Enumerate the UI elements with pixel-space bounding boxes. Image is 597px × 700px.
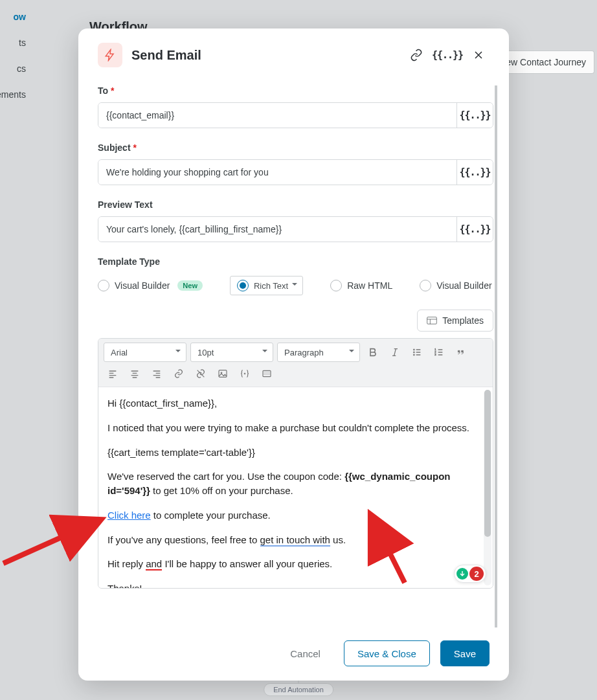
label-subject: Subject* <box>98 142 493 153</box>
align-left-icon[interactable] <box>104 365 122 383</box>
svg-point-3 <box>413 354 414 356</box>
editor-body[interactable]: Hi {{contact_first_name}}, I noticed tha… <box>98 387 493 588</box>
side-nav: ow ts cs ements <box>0 4 31 107</box>
modal-title: Send Email <box>131 48 396 63</box>
svg-point-2 <box>413 352 414 353</box>
modal-body: To* {{..}} Subject* {{..}} Preview Text … <box>98 85 497 627</box>
templates-button[interactable]: Templates <box>417 310 493 332</box>
merge-button[interactable]: {{..}} <box>456 217 493 242</box>
sidenav-item[interactable]: cs <box>0 56 31 82</box>
field-template-type: Template Type Visual BuilderNew Rich Tex… <box>98 256 493 295</box>
preview-input[interactable] <box>98 217 456 242</box>
close-icon[interactable] <box>467 44 490 66</box>
label-to: To* <box>98 85 493 96</box>
modal-header: Send Email {{..}} <box>98 43 490 67</box>
new-badge: New <box>177 280 203 291</box>
label-template-type: Template Type <box>98 256 493 267</box>
insert-link-icon[interactable] <box>170 365 188 383</box>
bold-icon[interactable] <box>364 343 382 361</box>
action-lightning-icon <box>98 43 122 67</box>
field-preview: Preview Text {{..}} <box>98 199 493 242</box>
editor-line: {{cart_items template='cart-table'}} <box>107 446 484 460</box>
to-input[interactable] <box>98 103 456 128</box>
svg-rect-7 <box>219 370 227 378</box>
template-type-radios: Visual BuilderNew Rich Text Raw HTML Vis… <box>98 276 493 295</box>
contact-journey-button[interactable]: ew Contact Journey <box>498 51 594 74</box>
editor-scrollbar[interactable] <box>484 390 491 585</box>
editor-toolbar: Arial 10pt Paragraph 123 <box>98 339 493 387</box>
modal-footer: Cancel Save & Close Save <box>98 627 490 681</box>
svg-point-1 <box>413 349 414 350</box>
merge-button[interactable]: {{..}} <box>456 160 493 185</box>
label-preview: Preview Text <box>98 199 493 210</box>
editor-line: If you've any questions, feel free to ge… <box>107 533 484 547</box>
sidenav-item[interactable]: ements <box>0 82 31 107</box>
scrollbar-thumb[interactable] <box>484 390 491 537</box>
field-subject: Subject* {{..}} <box>98 142 493 185</box>
svg-point-9 <box>244 373 245 374</box>
click-here-link[interactable]: Click here <box>107 510 151 521</box>
font-size-select[interactable]: 10pt <box>190 343 273 362</box>
grammar-count: 2 <box>469 567 484 581</box>
rich-text-editor: Arial 10pt Paragraph 123 <box>98 338 493 589</box>
templates-row: Templates <box>98 310 493 332</box>
subject-input-row: {{..}} <box>98 159 493 185</box>
editor-line: Hit reply and I'll be happy to answer al… <box>107 557 484 571</box>
font-family-select[interactable]: Arial <box>104 343 186 362</box>
unlink-icon[interactable] <box>192 365 210 383</box>
subject-input[interactable] <box>98 160 456 185</box>
editor-line: We've reserved the cart for you. Use the… <box>107 469 484 498</box>
radio-visual-builder[interactable]: Visual Builder <box>420 280 491 291</box>
svg-text:3: 3 <box>434 353 436 356</box>
image-icon[interactable] <box>214 365 232 383</box>
save-button[interactable]: Save <box>440 640 490 666</box>
editor-line: I noticed that you were trying to make a… <box>107 421 484 435</box>
block-format-select[interactable]: Paragraph <box>277 343 360 362</box>
preview-input-row: {{..}} <box>98 216 493 242</box>
merge-tags-icon[interactable]: {{..}} <box>436 44 458 66</box>
radio-raw-html[interactable]: Raw HTML <box>330 280 392 291</box>
blockquote-icon[interactable] <box>452 343 470 361</box>
end-automation-pill[interactable]: End Automation <box>264 683 333 696</box>
grammar-pill[interactable]: 2 <box>454 565 486 583</box>
save-close-button[interactable]: Save & Close <box>344 640 430 666</box>
merge-button[interactable]: {{..}} <box>456 103 493 128</box>
grammar-arrow-icon <box>456 568 468 580</box>
send-email-modal: Send Email {{..}} To* {{..}} Subject* {{… <box>78 28 509 681</box>
editor-line: Hi {{contact_first_name}}, <box>107 396 484 411</box>
svg-rect-0 <box>427 317 437 324</box>
italic-icon[interactable] <box>386 343 404 361</box>
field-to: To* {{..}} <box>98 85 493 128</box>
source-code-icon[interactable] <box>258 365 276 383</box>
radio-visual-builder-new[interactable]: Visual BuilderNew <box>98 280 203 291</box>
align-center-icon[interactable] <box>126 365 144 383</box>
editor-body-wrap: Hi {{contact_first_name}}, I noticed tha… <box>98 387 493 588</box>
numbered-list-icon[interactable]: 123 <box>430 343 448 361</box>
cancel-button[interactable]: Cancel <box>277 640 333 666</box>
radio-rich-text[interactable]: Rich Text <box>230 276 303 295</box>
editor-line: Thanks! <box>107 581 484 588</box>
sidenav-item[interactable]: ow <box>0 4 31 30</box>
to-input-row: {{..}} <box>98 102 493 128</box>
bullet-list-icon[interactable] <box>408 343 426 361</box>
align-right-icon[interactable] <box>148 365 166 383</box>
sidenav-item[interactable]: ts <box>0 30 31 56</box>
merge-tag-icon[interactable] <box>236 365 254 383</box>
link-icon[interactable] <box>405 44 427 66</box>
editor-line: Click here to complete your purchase. <box>107 508 484 523</box>
